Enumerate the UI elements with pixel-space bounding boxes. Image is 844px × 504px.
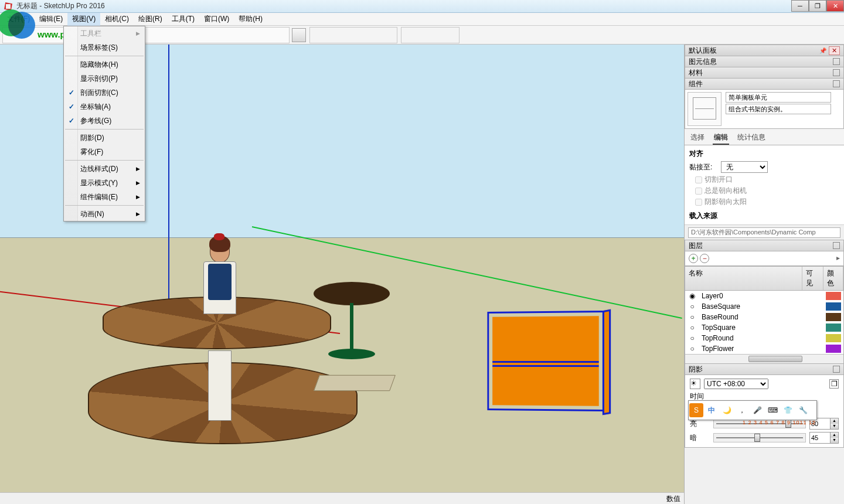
minimize-button[interactable]: ─	[791, 0, 809, 12]
menu-item[interactable]: 组件编辑(E)▶	[64, 190, 145, 204]
menu-item[interactable]: ✓剖面切割(C)	[64, 86, 145, 100]
collapse-icon[interactable]	[833, 366, 840, 373]
menu-item[interactable]: 显示剖切(P)	[64, 71, 145, 86]
menu-item[interactable]: 动画(N)▶	[64, 207, 145, 221]
glue-select[interactable]: 无	[721, 161, 768, 173]
shadow-sun-check[interactable]: 阴影朝向太阳	[695, 196, 839, 207]
tab-select[interactable]: 选择	[689, 131, 706, 145]
model-figure	[196, 239, 243, 391]
toolbar-placeholder-2	[309, 27, 397, 43]
menu-item[interactable]: ✓参考线(G)	[64, 114, 145, 128]
toolbar-placeholder	[2, 27, 290, 43]
ime-moon-icon[interactable]: 🌙	[720, 403, 734, 417]
col-color[interactable]: 颜色	[823, 267, 843, 290]
tray-close-icon[interactable]: ✕	[829, 46, 840, 55]
layer-row[interactable]: ○BaseRound	[685, 312, 843, 322]
ime-tool-icon[interactable]: 🔧	[796, 403, 810, 417]
collapse-icon[interactable]	[833, 242, 840, 249]
svg-rect-1	[6, 4, 11, 9]
alignment-section: 对齐 黏接至: 无 切割开口 总是朝向相机 阴影朝向太阳 载入来源	[685, 145, 844, 225]
components-panel	[685, 90, 844, 129]
menu-item[interactable]: ✓坐标轴(A)	[64, 100, 145, 114]
cut-opening-check[interactable]: 切割开口	[695, 174, 839, 185]
collapse-icon[interactable]	[833, 69, 840, 76]
menu-item[interactable]: 雾化(F)	[64, 145, 145, 159]
model-table	[314, 282, 390, 359]
layer-row[interactable]: ○TopSquare	[685, 322, 843, 333]
tab-stats[interactable]: 统计信息	[736, 131, 767, 145]
pin-icon[interactable]: 📌	[817, 47, 829, 54]
shadow-expand-icon[interactable]: ❐	[829, 379, 839, 389]
menu-item[interactable]: 场景标签(S)	[64, 40, 145, 55]
face-camera-check[interactable]: 总是朝向相机	[695, 185, 839, 196]
entity-info-header[interactable]: 图元信息	[685, 56, 844, 67]
layer-scrollbar[interactable]	[685, 354, 843, 363]
ime-skin-icon[interactable]: 👕	[781, 403, 795, 417]
component-tabs: 选择 编辑 统计信息	[685, 129, 844, 145]
status-bar: 数值	[0, 492, 684, 504]
tray-title: 默认面板	[689, 46, 717, 56]
collapse-icon[interactable]	[833, 58, 840, 65]
shadow-toggle-icon[interactable]: ☀	[690, 379, 700, 389]
maximize-button[interactable]: ❐	[809, 0, 826, 12]
view-menu-dropdown: 工具栏▶场景标签(S)隐藏物体(H)显示剖切(P)✓剖面切割(C)✓坐标轴(A)…	[63, 26, 145, 222]
toolbar-button[interactable]	[292, 28, 306, 42]
ime-comma-icon[interactable]: ，	[735, 403, 749, 417]
menu-item[interactable]: 边线样式(D)▶	[64, 162, 145, 176]
component-name-input[interactable]	[726, 92, 831, 103]
layer-menu-icon[interactable]: ▸	[836, 254, 840, 262]
menu-camera[interactable]: 相机(C)	[100, 12, 134, 26]
dark-label: 暗	[690, 433, 710, 443]
layers-toolbar: + − ▸	[685, 251, 844, 266]
materials-header[interactable]: 材料	[685, 67, 844, 79]
collapse-icon[interactable]	[833, 80, 840, 87]
default-tray: 默认面板 📌 ✕ 图元信息 材料 组件 选择 编辑 统计信息 对齐 黏接至: 无…	[684, 45, 844, 504]
menu-tools[interactable]: 工具(T)	[167, 12, 199, 26]
layer-row[interactable]: ○BaseSquare	[685, 301, 843, 312]
timezone-select[interactable]: UTC +08:00	[704, 379, 768, 389]
ime-keyboard-icon[interactable]: ⌨	[765, 403, 780, 417]
light-label: 亮	[690, 419, 710, 429]
window-title: 无标题 - SketchUp Pro 2016	[16, 1, 105, 11]
tab-edit[interactable]: 编辑	[713, 131, 729, 145]
ime-mic-icon[interactable]: 🎤	[750, 403, 764, 417]
components-header[interactable]: 组件	[685, 78, 844, 90]
menu-help[interactable]: 帮助(H)	[234, 12, 267, 26]
add-layer-icon[interactable]: +	[689, 254, 698, 263]
close-button[interactable]: ✕	[826, 0, 844, 12]
ime-calendar-numbers: 1 2 3 4 5 6 7 8 9 1011 12	[743, 420, 816, 425]
menu-edit[interactable]: 编辑(E)	[35, 12, 67, 26]
model-shelf-selected	[487, 311, 604, 411]
layer-row[interactable]: ○TopFlower	[685, 343, 843, 354]
alignment-label: 对齐	[689, 148, 839, 160]
layer-row[interactable]: ○TopRound	[685, 333, 843, 343]
ime-lang-button[interactable]: 中	[705, 403, 719, 417]
dark-value[interactable]: ▲▼	[809, 432, 839, 444]
title-bar: 无标题 - SketchUp Pro 2016 ─ ❐ ✕	[0, 0, 844, 13]
ime-logo-icon[interactable]: S	[689, 403, 703, 417]
menu-window[interactable]: 窗口(W)	[199, 12, 234, 26]
menu-file[interactable]: 文件(F)	[2, 12, 35, 26]
component-desc-input[interactable]	[726, 104, 831, 114]
menu-draw[interactable]: 绘图(R)	[134, 12, 167, 26]
dark-slider[interactable]	[713, 433, 806, 442]
shadows-header[interactable]: 阴影	[685, 363, 844, 375]
ime-toolbar[interactable]: S 中 🌙 ， 🎤 ⌨ 👕 🔧	[688, 400, 817, 420]
col-visible[interactable]: 可见	[802, 267, 823, 290]
layer-row[interactable]: ◉Layer0	[685, 291, 843, 301]
col-name[interactable]: 名称	[685, 267, 802, 290]
delete-layer-icon[interactable]: −	[700, 254, 709, 263]
menu-bar: 文件(F) 编辑(E) 视图(V) 相机(C) 绘图(R) 工具(T) 窗口(W…	[0, 13, 844, 26]
menu-item[interactable]: 显示模式(Y)▶	[64, 176, 145, 190]
toolbar-placeholder-3	[401, 27, 460, 43]
layers-header[interactable]: 图层	[685, 240, 844, 251]
menu-view[interactable]: 视图(V)	[67, 12, 100, 26]
measurements-label: 数值	[666, 494, 680, 504]
menu-item[interactable]: 阴影(D)	[64, 131, 145, 145]
app-logo-icon	[4, 2, 13, 11]
glue-label: 黏接至:	[689, 162, 717, 172]
menu-item: 工具栏▶	[64, 26, 145, 40]
menu-item[interactable]: 隐藏物体(H)	[64, 57, 145, 71]
tray-header[interactable]: 默认面板 📌 ✕	[685, 45, 844, 56]
component-thumbnail	[688, 92, 722, 126]
